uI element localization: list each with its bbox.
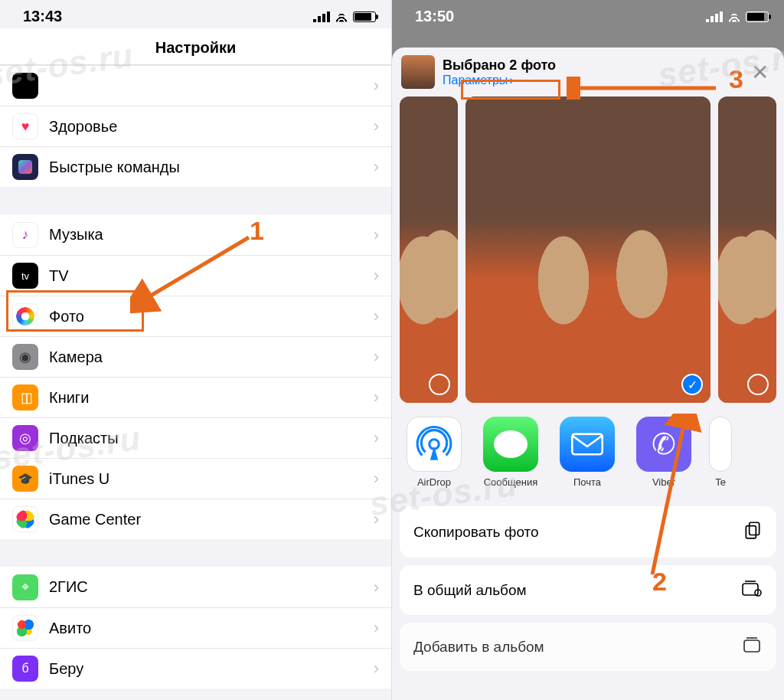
svg-rect-5 (743, 584, 758, 595)
photo-content (466, 96, 710, 403)
share-sheet-screen: 13:50 Выбрано 2 фото Параметры › ✕ (392, 0, 784, 700)
chevron-right-icon: › (374, 659, 379, 679)
action-add-album[interactable]: Добавить в альбом (400, 623, 776, 671)
chevron-right-icon: › (374, 157, 379, 177)
selection-circle-on[interactable]: ✓ (681, 374, 703, 395)
status-icons (706, 11, 769, 22)
more-app-icon (709, 417, 732, 472)
signal-icon (706, 11, 723, 22)
row-label: TV (49, 267, 374, 285)
books-icon (12, 384, 38, 411)
row-label: Game Center (49, 511, 374, 528)
settings-row-2gis[interactable]: 2ГИС › (0, 567, 391, 607)
chevron-right-icon: › (374, 266, 379, 286)
signal-icon (313, 11, 330, 22)
settings-row-itunesu[interactable]: iTunes U › (0, 458, 391, 499)
share-sheet: Выбрано 2 фото Параметры › ✕ ✓ (392, 47, 784, 700)
music-icon (12, 222, 38, 248)
photo-thumb-2[interactable] (718, 96, 776, 403)
wifi-icon (335, 11, 348, 22)
step-number-2: 2 (652, 567, 667, 597)
settings-row-health[interactable]: Здоровье › (0, 106, 391, 146)
page-title: Настройки (0, 28, 391, 65)
app-icon (12, 73, 38, 99)
settings-row-avito[interactable]: Авито › (0, 607, 391, 648)
settings-row-camera[interactable]: Камера › (0, 336, 391, 377)
battery-icon (353, 11, 376, 22)
step-number-3: 3 (729, 64, 743, 94)
settings-row-blank[interactable]: › (0, 65, 391, 106)
row-label: Здоровье (49, 118, 374, 136)
camera-icon (12, 344, 38, 370)
clock: 13:50 (415, 8, 454, 25)
copy-icon (743, 520, 763, 544)
settings-row-shortcuts[interactable]: Быстрые команды › (0, 146, 391, 187)
highlight-options (461, 80, 560, 100)
status-bar: 13:50 (392, 0, 784, 28)
2gis-icon (12, 574, 38, 600)
chevron-right-icon: › (374, 509, 379, 529)
action-shared-album[interactable]: В общий альбом (400, 565, 776, 615)
chevron-right-icon: › (374, 116, 379, 136)
highlight-photo (6, 290, 144, 332)
settings-row-podcasts[interactable]: Подкасты › (0, 417, 391, 458)
close-button[interactable]: ✕ (745, 57, 775, 88)
app-label: Te (709, 476, 732, 488)
selection-circle-off[interactable] (747, 374, 769, 395)
photo-thumb-0[interactable] (400, 96, 458, 403)
svg-rect-2 (572, 434, 602, 455)
share-apps-row[interactable]: AirDrop Сообщения Почта Viber Te (392, 403, 784, 494)
chevron-right-icon: › (374, 469, 379, 489)
share-app-mail[interactable]: Почта (556, 417, 619, 488)
settings-group-0: › Здоровье › Быстрые команды › (0, 65, 391, 187)
photo-thumb-1[interactable]: ✓ (466, 96, 710, 403)
selection-title: Выбрано 2 фото (443, 57, 737, 74)
action-label: Скопировать фото (413, 524, 539, 541)
photo-strip[interactable]: ✓ (392, 96, 784, 403)
selection-circle-off[interactable] (429, 374, 450, 395)
row-label: Беру (49, 660, 374, 678)
add-album-icon (743, 636, 763, 657)
app-label: AirDrop (403, 476, 466, 488)
chevron-right-icon: › (374, 388, 379, 407)
battery-icon (746, 11, 769, 22)
share-app-airdrop[interactable]: AirDrop (403, 417, 466, 488)
settings-group-2: 2ГИС › Авито › Беру › (0, 567, 391, 689)
row-label: Быстрые команды (49, 159, 374, 176)
action-copy-photo[interactable]: Скопировать фото (400, 506, 776, 558)
app-label: Почта (556, 476, 619, 488)
row-label: 2ГИС (49, 578, 374, 596)
mail-icon (560, 417, 615, 472)
app-label: Viber (632, 476, 695, 488)
photo-content (718, 96, 776, 403)
health-icon (12, 113, 38, 139)
chevron-right-icon: › (374, 618, 379, 638)
svg-rect-3 (750, 522, 760, 535)
settings-row-beru[interactable]: Беру › (0, 648, 391, 689)
chevron-right-icon: › (374, 428, 379, 448)
gamecenter-icon (12, 506, 38, 532)
svg-rect-4 (746, 526, 756, 538)
svg-rect-8 (744, 640, 760, 652)
row-label: Музыка (49, 226, 374, 244)
app-label: Сообщения (479, 476, 542, 488)
settings-row-gamecenter[interactable]: Game Center › (0, 499, 391, 539)
messages-icon (483, 417, 538, 472)
step-number-1: 1 (250, 216, 264, 246)
status-bar: 13:43 (0, 0, 391, 28)
settings-screen: 13:43 Настройки › Здоровье › Быстрые ком… (0, 0, 392, 700)
share-app-messages[interactable]: Сообщения (479, 417, 542, 488)
wifi-icon (727, 11, 741, 22)
chevron-right-icon: › (374, 76, 379, 96)
row-label: Книги (49, 389, 374, 407)
tv-icon (12, 263, 38, 289)
action-label: В общий альбом (413, 582, 527, 599)
avito-icon (12, 615, 38, 641)
airdrop-icon (407, 417, 462, 472)
settings-row-music[interactable]: Музыка › (0, 214, 391, 255)
itunesu-icon (12, 466, 38, 492)
share-app-more[interactable]: Te (709, 417, 732, 488)
row-label: Авито (49, 620, 374, 637)
settings-row-books[interactable]: Книги › (0, 377, 391, 417)
share-app-viber[interactable]: Viber (632, 417, 695, 488)
